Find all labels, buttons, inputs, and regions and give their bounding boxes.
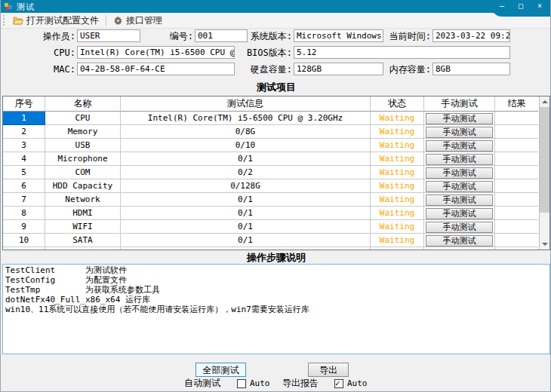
row-manual-cell: 手动测试 — [424, 125, 495, 139]
row-result — [495, 207, 538, 220]
manual-test-button[interactable]: 手动测试 — [426, 181, 493, 192]
current-time-input[interactable]: 2023-03-22 09:20:26 — [432, 29, 510, 42]
mac-input[interactable]: 04-2B-58-0F-64-CE — [77, 63, 235, 75]
row-info: 0/2 — [121, 166, 371, 179]
col-header-manual: 手动测试 — [424, 96, 495, 112]
steps-textarea[interactable]: TestClient 为测试软件TestConfig 为配置文件TestTmp … — [2, 264, 550, 354]
scroll-up-icon[interactable] — [540, 96, 549, 107]
row-manual-cell: 手动测试 — [424, 234, 495, 247]
row-result — [495, 193, 538, 207]
export-button[interactable]: 导出 — [308, 363, 349, 377]
auto-test-label: 自动测试 — [184, 378, 220, 389]
row-no: 5 — [3, 166, 45, 179]
system-version-input[interactable]: Microsoft Windows 10 专 — [294, 29, 383, 42]
table-row[interactable]: 4 Microphone 0/1 Waiting 手动测试 — [3, 152, 538, 166]
col-header-result: 结果 — [495, 96, 538, 112]
row-name: SATA — [45, 234, 121, 247]
close-icon[interactable]: × — [535, 2, 544, 11]
manual-test-button[interactable]: 手动测试 — [426, 140, 493, 152]
row-name: Memory — [45, 125, 121, 139]
export-report-label: 导出报告 — [282, 378, 319, 389]
bios-input[interactable]: 5.12 — [294, 46, 510, 59]
manual-test-button[interactable]: 手动测试 — [426, 222, 493, 233]
test-table: 序号 名称 测试信息 状态 手动测试 结果 1 CPU Intel(R) Cor… — [2, 96, 550, 250]
col-header-name: 名称 — [45, 96, 121, 112]
table-row[interactable]: 9 WIFI 0/1 Waiting 手动测试 — [3, 220, 538, 234]
minimize-icon[interactable]: – — [497, 2, 506, 11]
operator-input[interactable]: USER — [77, 29, 140, 42]
col-header-no: 序号 — [3, 96, 45, 112]
row-status: Waiting — [371, 234, 424, 247]
auto-test-checkbox[interactable] — [237, 379, 246, 388]
toolbar-separator — [106, 15, 106, 26]
table-row[interactable]: 5 COM 0/2 Waiting 手动测试 — [3, 166, 538, 179]
row-name: COM — [45, 166, 121, 179]
row-status: Waiting — [371, 139, 424, 152]
table-row[interactable]: 2 Memory 0/8G Waiting 手动测试 — [3, 125, 538, 139]
step-line: dotNetFx40_Full_x86_x64 运行库 — [5, 295, 547, 305]
row-name: Microphone — [45, 152, 121, 166]
memory-input[interactable]: 8GB — [432, 63, 510, 75]
row-name: CPU — [45, 112, 121, 125]
vertical-scrollbar[interactable] — [539, 96, 549, 250]
row-result — [495, 220, 538, 234]
maximize-icon[interactable]: □ — [516, 2, 525, 11]
steps-lines: TestClient 为测试软件TestConfig 为配置文件TestTmp … — [5, 265, 547, 314]
manual-test-button[interactable]: 手动测试 — [426, 208, 493, 219]
manual-test-button[interactable]: 手动测试 — [426, 167, 493, 179]
row-status: Waiting — [371, 166, 424, 179]
manual-test-button[interactable]: 手动测试 — [426, 235, 493, 247]
step-line: TestClient 为测试软件 — [5, 265, 547, 275]
scroll-down-icon[interactable] — [540, 239, 549, 250]
table-row[interactable]: 8 HDMI 0/1 Waiting 手动测试 — [3, 207, 538, 220]
interface-mgmt-label: 接口管理 — [126, 14, 162, 27]
number-input[interactable]: 001 — [195, 29, 248, 42]
export-report-checkbox-label: Auto — [347, 378, 368, 389]
interface-mgmt-button[interactable]: 接口管理 — [109, 14, 167, 28]
step-line: TestTmp 为获取系统参数工具 — [5, 285, 547, 295]
col-header-status: 状态 — [371, 96, 424, 112]
table-body: 1 CPU Intel(R) Core(TM) i5-6500 CPU @ 3.… — [3, 112, 549, 247]
table-row[interactable]: 3 USB 0/10 Waiting 手动测试 — [3, 139, 538, 152]
toolbar-grip — [3, 15, 5, 26]
window-title: 测试 — [17, 2, 35, 13]
row-manual-cell: 手动测试 — [424, 139, 495, 152]
scrollbar-thumb[interactable] — [540, 107, 549, 213]
table-row[interactable]: 7 Network 0/1 Waiting 手动测试 — [3, 193, 538, 207]
row-no: 8 — [3, 207, 45, 220]
export-report-checkbox[interactable] — [334, 379, 343, 388]
row-no: 9 — [3, 220, 45, 234]
row-status: Waiting — [371, 179, 424, 193]
manual-test-button[interactable]: 手动测试 — [426, 154, 493, 165]
app-window: 测试 – □ × 打开测试配置文件 接口管理 操作员: USER 编 — [0, 0, 551, 392]
row-manual-cell: 手动测试 — [424, 193, 495, 207]
table-row[interactable]: 1 CPU Intel(R) Core(TM) i5-6500 CPU @ 3.… — [3, 112, 538, 125]
row-no: 4 — [3, 152, 45, 166]
cpu-label: CPU: — [31, 47, 75, 59]
manual-test-button[interactable]: 手动测试 — [426, 194, 493, 206]
step-line: TestConfig 为配置文件 — [5, 275, 547, 285]
row-manual-cell: 手动测试 — [424, 207, 495, 220]
cpu-input[interactable]: Intel(R) Core(TM) i5-6500 CPU @ 3.20GHz — [77, 46, 235, 59]
test-section-title: 测试项目 — [1, 81, 551, 94]
table-header-row: 序号 名称 测试信息 状态 手动测试 结果 — [3, 96, 538, 112]
table-row[interactable]: 6 HDD Capacity 0/128G Waiting 手动测试 — [3, 179, 538, 193]
current-time-label: 当前时间: — [386, 31, 431, 42]
row-name: USB — [45, 139, 121, 152]
test-all-button[interactable]: 全部测试 — [195, 363, 246, 377]
empty-row — [3, 247, 538, 250]
row-result — [495, 166, 538, 179]
row-info: 0/128G — [121, 179, 371, 193]
open-folder-icon — [13, 16, 23, 25]
row-no: 10 — [3, 234, 45, 247]
row-status: Waiting — [371, 152, 424, 166]
bios-label: BIOS版本: — [245, 47, 292, 59]
row-result — [495, 179, 538, 193]
row-info: 0/1 — [121, 152, 371, 166]
manual-test-button[interactable]: 手动测试 — [426, 127, 493, 138]
hdd-input[interactable]: 128GB — [294, 63, 383, 75]
row-result — [495, 152, 538, 166]
manual-test-button[interactable]: 手动测试 — [426, 113, 493, 124]
table-row[interactable]: 10 SATA 0/1 Waiting 手动测试 — [3, 234, 538, 247]
open-config-button[interactable]: 打开测试配置文件 — [8, 14, 103, 28]
